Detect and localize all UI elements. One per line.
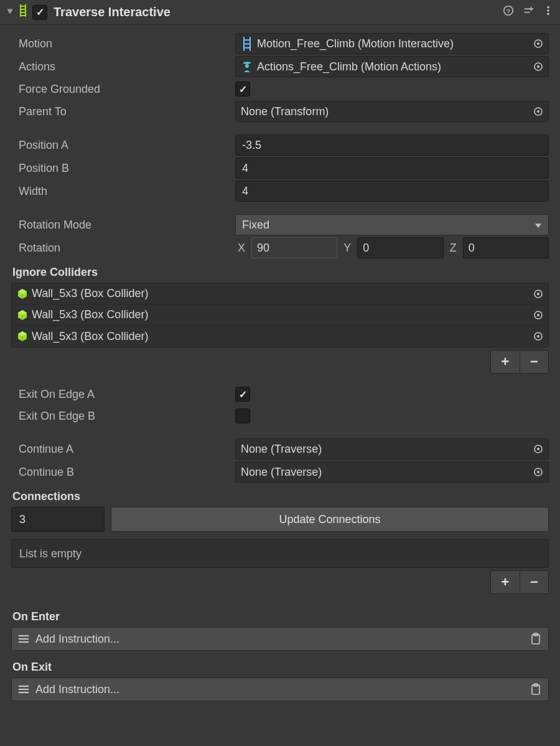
on-enter-add-instruction[interactable]: Add Instruction... [11,627,549,651]
continue-a-value: None (Traverse) [241,443,533,456]
continue-b-label: Continue B [11,466,235,479]
on-exit-add-instruction[interactable]: Add Instruction... [11,678,549,701]
position-a-label: Position A [11,139,235,152]
parent-to-field[interactable]: None (Transform) [235,101,549,122]
instruction-placeholder: Add Instruction... [35,683,530,696]
svg-point-37 [537,471,539,473]
svg-point-23 [245,64,249,68]
y-label: Y [341,242,353,255]
svg-point-31 [537,314,539,316]
list-item[interactable]: Wall_5x3 (Box Collider) [12,283,548,305]
target-icon[interactable] [533,106,543,116]
motion-field[interactable]: Motion_Free_Climb (Motion Interactive) [235,33,549,54]
svg-point-13 [547,9,549,12]
continue-a-field[interactable]: None (Traverse) [235,438,549,460]
add-connection-button[interactable]: + [491,571,520,593]
motion-label: Motion [11,37,235,50]
connections-empty-label: List is empty [11,539,549,568]
preset-icon[interactable] [523,5,534,19]
svg-point-25 [537,65,539,68]
rotation-x-input[interactable]: 90 [251,237,337,258]
continue-a-label: Continue A [11,443,235,456]
parent-to-label: Parent To [11,105,235,118]
continue-b-field[interactable]: None (Traverse) [235,461,549,483]
foldout-icon[interactable] [6,7,14,17]
person-icon [241,60,253,73]
on-enter-label: On Enter [11,610,549,623]
actions-value: Actions_Free_Climb (Motion Actions) [257,60,533,73]
rotation-mode-dropdown[interactable]: Fixed [235,214,549,235]
help-icon[interactable]: ? [503,5,514,19]
svg-point-14 [547,13,549,16]
svg-point-27 [537,110,539,113]
component-enabled-checkbox[interactable] [32,5,47,20]
position-a-input[interactable]: -3.5 [235,135,549,156]
target-icon[interactable] [533,62,543,72]
svg-text:?: ? [506,7,510,14]
target-icon[interactable] [533,289,543,299]
z-label: Z [447,242,459,255]
continue-b-value: None (Traverse) [241,466,533,479]
position-b-label: Position B [11,162,235,175]
svg-point-29 [537,293,539,295]
component-header[interactable]: Traverse Interactive ? [0,0,560,25]
actions-label: Actions [11,60,235,73]
update-connections-button[interactable]: Update Connections [111,507,549,532]
clipboard-icon[interactable] [530,633,542,645]
target-icon[interactable] [533,444,543,454]
rotation-y-input[interactable]: 0 [357,237,443,258]
svg-point-21 [537,42,539,45]
connections-count-input[interactable]: 3 [11,507,105,532]
ignore-colliders-label: Ignore Colliders [11,266,549,279]
clipboard-icon[interactable] [530,683,542,696]
width-input[interactable]: 4 [235,181,549,202]
list-item-label: Wall_5x3 (Box Collider) [32,330,533,343]
list-item-label: Wall_5x3 (Box Collider) [32,287,533,300]
on-exit-label: On Exit [11,661,549,674]
menu-icon[interactable] [543,5,554,19]
rotation-label: Rotation [11,242,235,255]
svg-point-33 [537,335,539,338]
parent-to-value: None (Transform) [241,105,533,118]
ladder-icon [241,37,253,50]
rotation-mode-label: Rotation Mode [11,219,235,232]
ignore-colliders-list: Wall_5x3 (Box Collider) Wall_5x3 (Box Co… [11,283,549,347]
force-grounded-label: Force Grounded [11,83,235,96]
add-collider-button[interactable]: + [491,351,520,373]
list-item-label: Wall_5x3 (Box Collider) [32,308,533,321]
svg-point-22 [243,62,251,64]
target-icon[interactable] [533,39,543,49]
instruction-placeholder: Add Instruction... [35,633,530,646]
svg-point-12 [547,6,549,9]
connections-label: Connections [11,490,549,503]
exit-edge-b-label: Exit On Edge B [11,410,235,423]
target-icon[interactable] [533,331,543,341]
cube-icon [17,288,28,300]
target-icon[interactable] [533,467,543,477]
exit-edge-a-label: Exit On Edge A [11,388,235,401]
component-title: Traverse Interactive [54,5,503,19]
hamburger-icon [18,684,29,694]
width-label: Width [11,185,235,198]
cube-icon [17,309,28,321]
remove-collider-button[interactable]: − [520,351,548,373]
svg-point-35 [537,448,539,450]
remove-connection-button[interactable]: − [520,571,548,593]
exit-edge-a-checkbox[interactable] [235,387,250,402]
ladder-icon [17,4,32,21]
list-item[interactable]: Wall_5x3 (Box Collider) [12,305,548,326]
force-grounded-checkbox[interactable] [235,82,250,97]
x-label: X [235,242,248,255]
exit-edge-b-checkbox[interactable] [235,408,250,423]
list-item[interactable]: Wall_5x3 (Box Collider) [12,326,548,347]
rotation-mode-value: Fixed [242,219,269,232]
rotation-z-input[interactable]: 0 [463,237,549,258]
motion-value: Motion_Free_Climb (Motion Interactive) [257,37,533,50]
cube-icon [17,331,28,342]
hamburger-icon [18,634,29,644]
position-b-input[interactable]: 4 [235,158,549,179]
actions-field[interactable]: Actions_Free_Climb (Motion Actions) [235,56,549,77]
chevron-down-icon [534,219,542,232]
target-icon[interactable] [533,310,543,320]
